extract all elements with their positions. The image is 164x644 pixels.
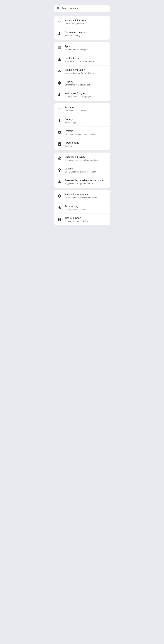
security-subtitle: App security, device lock, permissions xyxy=(65,159,98,162)
settings-item-security[interactable]: Security & privacy App security, device … xyxy=(54,152,110,164)
accessibility-subtitle: Display, interaction, audio xyxy=(65,208,87,211)
notifications-subtitle: Notification history, conversations xyxy=(65,60,94,63)
accounts-icon xyxy=(57,179,62,184)
safety-title: Safety & emergency xyxy=(65,193,97,196)
security-text: Security & privacy App security, device … xyxy=(65,155,98,162)
battery-icon xyxy=(57,118,62,124)
apps-text: Apps Recent apps, default apps xyxy=(65,45,88,51)
sound-icon xyxy=(57,68,62,74)
card-group4: Security & privacy App security, device … xyxy=(54,152,110,188)
storage-icon xyxy=(57,106,62,112)
wallpaper-subtitle: Colors, themed icons, app grid xyxy=(65,96,91,98)
connected-subtitle: Bluetooth, pairing xyxy=(65,34,87,37)
storage-title: Storage xyxy=(65,106,86,109)
wallpaper-title: Wallpaper & style xyxy=(65,92,91,95)
about-title: About phone xyxy=(65,141,79,144)
bluetooth-icon xyxy=(57,31,62,36)
card-group1: Network & internet Mobile, Wi-Fi, hotspo… xyxy=(54,16,110,40)
accessibility-icon xyxy=(57,205,62,210)
system-title: System xyxy=(65,130,95,133)
battery-subtitle: 50% - 3 days, 13 hr xyxy=(65,121,82,124)
wallpaper-text: Wallpaper & style Colors, themed icons, … xyxy=(65,92,91,98)
settings-item-network[interactable]: Network & internet Mobile, Wi-Fi, hotspo… xyxy=(54,16,110,28)
display-text: Display Dark theme, font size, brightnes… xyxy=(65,80,93,86)
connected-title: Connected devices xyxy=(65,31,87,34)
card-group5: Safety & emergency Emergency SOS, medica… xyxy=(54,190,110,226)
emergency-icon xyxy=(57,193,62,199)
settings-item-safety[interactable]: Safety & emergency Emergency SOS, medica… xyxy=(54,190,110,202)
svg-point-0 xyxy=(59,206,60,207)
sound-text: Sound & vibration Volume, vibration, Do … xyxy=(65,68,94,74)
settings-item-accessibility[interactable]: Accessibility Display, interaction, audi… xyxy=(54,202,110,214)
accessibility-text: Accessibility Display, interaction, audi… xyxy=(65,205,87,211)
storage-subtitle: 12% used - 113 GB free xyxy=(65,110,86,112)
gear-icon xyxy=(57,130,62,135)
security-title: Security & privacy xyxy=(65,155,98,159)
settings-item-tips[interactable]: Tips & support Help articles, phone & ch… xyxy=(54,214,110,226)
sound-subtitle: Volume, vibration, Do Not Disturb xyxy=(65,72,94,74)
apps-subtitle: Recent apps, default apps xyxy=(65,48,88,51)
settings-item-notifications[interactable]: Notifications Notification history, conv… xyxy=(54,54,110,66)
search-bar[interactable]: Search settings xyxy=(54,4,110,12)
security-icon xyxy=(57,156,62,161)
apps-title: Apps xyxy=(65,45,88,48)
safety-text: Safety & emergency Emergency SOS, medica… xyxy=(65,193,97,199)
display-title: Display xyxy=(65,80,93,83)
tips-icon xyxy=(57,217,62,222)
settings-item-apps[interactable]: Apps Recent apps, default apps xyxy=(54,42,110,54)
system-text: System Languages, gestures, time, backup xyxy=(65,130,95,136)
search-icon xyxy=(57,7,60,10)
sound-title: Sound & vibration xyxy=(65,68,94,72)
battery-title: Battery xyxy=(65,118,82,121)
bell-icon xyxy=(57,57,62,62)
settings-item-connected[interactable]: Connected devices Bluetooth, pairing xyxy=(54,28,110,40)
settings-item-sound[interactable]: Sound & vibration Volume, vibration, Do … xyxy=(54,66,110,77)
battery-text: Battery 50% - 3 days, 13 hr xyxy=(65,118,82,124)
phone-info-icon xyxy=(57,142,62,147)
location-subtitle: On / 3 apps have access to location xyxy=(65,171,96,173)
about-text: About phone Pixel 6a xyxy=(65,141,79,147)
network-title: Network & internet xyxy=(65,19,86,22)
card-group3: Storage 12% used - 113 GB free Battery 5… xyxy=(54,103,110,150)
location-title: Location xyxy=(65,167,96,170)
tips-subtitle: Help articles, phone & chat xyxy=(65,220,88,223)
location-text: Location On / 3 apps have access to loca… xyxy=(65,167,96,173)
passwords-text: Passwords, passkeys & accounts Suggestio… xyxy=(65,179,103,185)
network-subtitle: Mobile, Wi-Fi, hotspot xyxy=(65,22,86,25)
display-subtitle: Dark theme, font size, brightness xyxy=(65,84,93,86)
settings-item-wallpaper[interactable]: Wallpaper & style Colors, themed icons, … xyxy=(54,89,110,101)
settings-item-storage[interactable]: Storage 12% used - 113 GB free xyxy=(54,103,110,115)
settings-item-battery[interactable]: Battery 50% - 3 days, 13 hr xyxy=(54,115,110,127)
about-subtitle: Pixel 6a xyxy=(65,145,79,147)
display-icon xyxy=(57,80,62,86)
apps-icon xyxy=(57,45,62,50)
accessibility-title: Accessibility xyxy=(65,205,87,208)
notifications-text: Notifications Notification history, conv… xyxy=(65,56,94,63)
wifi-icon xyxy=(57,19,62,25)
passwords-subtitle: Suggestions for sign-in & autofill xyxy=(65,182,103,185)
storage-text: Storage 12% used - 113 GB free xyxy=(65,106,86,112)
settings-item-about[interactable]: About phone Pixel 6a xyxy=(54,138,110,150)
safety-subtitle: Emergency SOS, medical info, alerts xyxy=(65,196,97,199)
page-container: Search settings Network & internet Mobil… xyxy=(51,0,113,234)
settings-item-location[interactable]: Location On / 3 apps have access to loca… xyxy=(54,164,110,176)
card-group2: Apps Recent apps, default apps Notificat… xyxy=(54,42,110,101)
passwords-title: Passwords, passkeys & accounts xyxy=(65,179,103,182)
search-input-label: Search settings xyxy=(62,7,78,10)
notifications-title: Notifications xyxy=(65,56,94,60)
connected-text: Connected devices Bluetooth, pairing xyxy=(65,31,87,37)
palette-icon xyxy=(57,92,62,98)
system-subtitle: Languages, gestures, time, backup xyxy=(65,133,95,136)
settings-item-display[interactable]: Display Dark theme, font size, brightnes… xyxy=(54,77,110,89)
tips-title: Tips & support xyxy=(65,216,88,220)
tips-text: Tips & support Help articles, phone & ch… xyxy=(65,216,88,223)
settings-item-passwords[interactable]: Passwords, passkeys & accounts Suggestio… xyxy=(54,176,110,188)
network-text: Network & internet Mobile, Wi-Fi, hotspo… xyxy=(65,19,86,25)
location-icon xyxy=(57,167,62,173)
settings-item-system[interactable]: System Languages, gestures, time, backup xyxy=(54,127,110,138)
